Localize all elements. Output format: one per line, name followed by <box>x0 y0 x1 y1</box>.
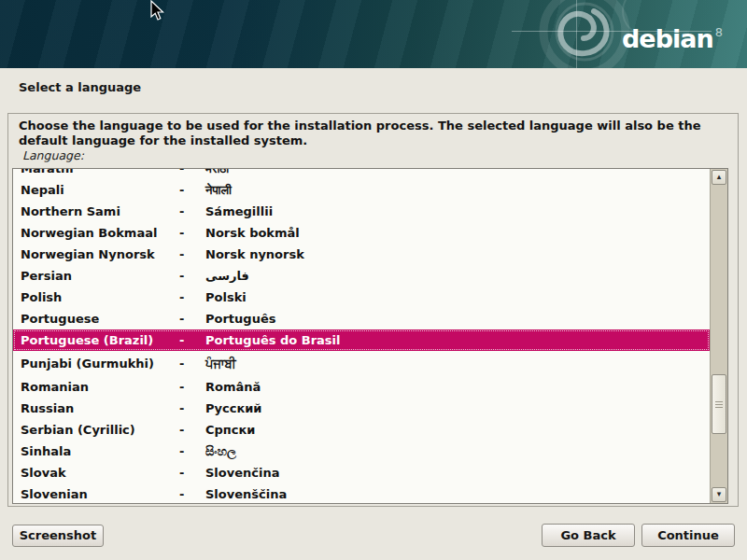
language-name: Portuguese <box>21 312 179 326</box>
language-row-serbian-cyrillic[interactable]: Serbian (Cyrillic) - Српски <box>13 419 710 441</box>
language-name: Slovak <box>21 466 179 480</box>
language-separator: - <box>179 183 205 197</box>
installer-banner: debian8 <box>0 0 747 68</box>
language-row-norwegian-nynorsk[interactable]: Norwegian Nynorsk - Norsk nynorsk <box>13 244 710 265</box>
language-separator: - <box>179 444 205 458</box>
language-native-name: Sámegillii <box>205 204 710 218</box>
language-native-name: नेपाली <box>205 183 710 198</box>
language-separator: - <box>179 312 205 326</box>
language-native-name: Polski <box>205 290 710 304</box>
scroll-down-button[interactable]: ▾ <box>712 487 726 502</box>
instruction-text: Choose the language to be used for the i… <box>19 119 730 148</box>
language-native-name: ਪੰਜਾਬੀ <box>205 357 710 371</box>
language-name: Northern Sami <box>21 204 179 218</box>
language-separator: - <box>179 401 205 415</box>
go-back-button[interactable]: Go Back <box>542 524 635 547</box>
language-native-name: मराठी <box>205 169 710 176</box>
language-separator: - <box>179 169 205 175</box>
language-native-name: Српски <box>205 423 710 437</box>
language-name: Sinhala <box>21 444 179 458</box>
language-row-portuguese[interactable]: Portuguese - Português <box>13 308 710 329</box>
language-row-romanian[interactable]: Romanian - Română <box>13 376 710 398</box>
language-list-label: Language: <box>22 148 84 162</box>
language-rows: Marathi - मराठी Nepali - नेपाली Northern… <box>13 169 710 503</box>
language-separator: - <box>179 226 205 240</box>
language-row-portuguese-brazil[interactable]: Portuguese (Brazil) - Português do Brasi… <box>13 329 710 351</box>
language-row-slovak[interactable]: Slovak - Slovenčina <box>13 462 710 483</box>
debian-version: 8 <box>715 25 723 39</box>
language-name: Polish <box>21 290 179 304</box>
language-separator: - <box>179 247 205 261</box>
debian-logo: debian8 <box>622 19 723 53</box>
language-separator: - <box>179 423 205 437</box>
language-row-northern-sami[interactable]: Northern Sami - Sámegillii <box>13 201 710 222</box>
language-separator: - <box>179 204 205 218</box>
language-name: Nepali <box>21 183 179 197</box>
thumb-grip <box>715 404 723 405</box>
mouse-cursor <box>149 0 164 22</box>
language-name: Romanian <box>21 380 179 394</box>
scroll-thumb[interactable] <box>712 374 726 434</box>
language-native-name: Português <box>205 312 710 326</box>
language-row-sinhala[interactable]: Sinhala - සිංහල <box>13 441 710 462</box>
language-native-name: Slovenčina <box>205 466 710 480</box>
language-name: Slovenian <box>21 487 179 501</box>
language-native-name: Norsk bokmål <box>205 226 710 240</box>
language-native-name: Русский <box>205 401 710 415</box>
chevron-up-icon: ▴ <box>717 172 722 181</box>
language-native-name: සිංහල <box>205 444 710 459</box>
language-name: Norwegian Bokmaal <box>21 226 179 240</box>
language-name: Portuguese (Brazil) <box>21 333 179 347</box>
language-row-polish[interactable]: Polish - Polski <box>13 287 710 308</box>
scroll-up-button[interactable]: ▴ <box>712 170 726 185</box>
language-row-persian[interactable]: Persian - فارسی <box>13 265 710 287</box>
scrollbar[interactable]: ▴ ▾ <box>710 169 727 503</box>
main-panel: Choose the language to be used for the i… <box>7 113 739 507</box>
language-native-name: Slovenščina <box>205 487 710 501</box>
language-row-russian[interactable]: Russian - Русский <box>13 398 710 419</box>
language-row-slovenian[interactable]: Slovenian - Slovenščina <box>13 483 710 503</box>
page-title: Select a language <box>19 80 141 94</box>
language-row-punjabi-gurmukhi[interactable]: Punjabi (Gurmukhi) - ਪੰਜਾਬੀ <box>13 351 710 376</box>
language-separator: - <box>179 380 205 394</box>
language-listbox[interactable]: Marathi - मराठी Nepali - नेपाली Northern… <box>12 168 728 504</box>
language-name: Persian <box>21 269 179 283</box>
language-separator: - <box>179 269 205 283</box>
continue-button[interactable]: Continue <box>641 524 735 547</box>
thumb-grip <box>715 401 723 402</box>
language-name: Serbian (Cyrillic) <box>21 423 179 437</box>
language-separator: - <box>179 357 205 371</box>
thumb-grip <box>715 407 723 408</box>
language-separator: - <box>179 290 205 304</box>
chevron-down-icon: ▾ <box>717 489 722 498</box>
language-native-name: Română <box>205 380 710 394</box>
language-name: Marathi <box>21 169 179 175</box>
language-native-name: فارسی <box>205 269 710 283</box>
language-separator: - <box>179 487 205 501</box>
language-separator: - <box>179 333 205 347</box>
language-native-name: Português do Brasil <box>205 333 710 347</box>
language-row-marathi[interactable]: Marathi - मराठी <box>13 169 710 179</box>
debian-wordmark: debian <box>622 24 713 53</box>
language-name: Russian <box>21 401 179 415</box>
language-separator: - <box>179 466 205 480</box>
language-row-norwegian-bokmaal[interactable]: Norwegian Bokmaal - Norsk bokmål <box>13 222 710 244</box>
language-row-nepali[interactable]: Nepali - नेपाली <box>13 179 710 201</box>
screenshot-button[interactable]: Screenshot <box>12 525 104 547</box>
language-native-name: Norsk nynorsk <box>205 247 710 261</box>
language-name: Norwegian Nynorsk <box>21 247 179 261</box>
language-name: Punjabi (Gurmukhi) <box>21 357 179 371</box>
